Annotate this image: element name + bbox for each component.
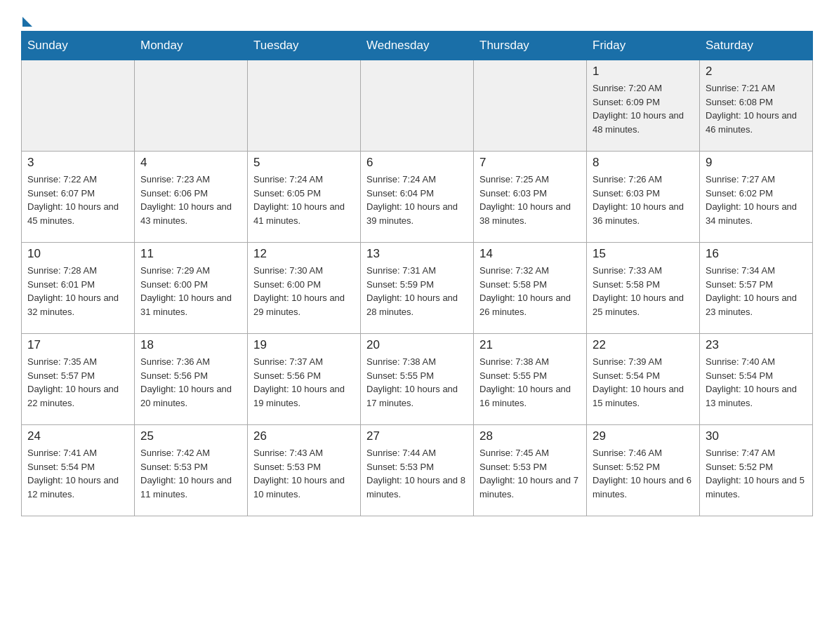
day-number: 18 bbox=[140, 338, 241, 352]
calendar-cell: 25Sunrise: 7:42 AMSunset: 5:53 PMDayligh… bbox=[135, 425, 248, 516]
day-number: 7 bbox=[479, 156, 581, 170]
calendar-cell: 22Sunrise: 7:39 AMSunset: 5:54 PMDayligh… bbox=[587, 334, 700, 425]
day-number: 24 bbox=[27, 429, 128, 443]
day-info: Sunrise: 7:34 AMSunset: 5:57 PMDaylight:… bbox=[706, 264, 807, 318]
calendar-week-1: 3Sunrise: 7:22 AMSunset: 6:07 PMDaylight… bbox=[22, 152, 813, 243]
day-number: 27 bbox=[366, 429, 468, 443]
day-number: 28 bbox=[479, 429, 581, 443]
calendar-week-3: 17Sunrise: 7:35 AMSunset: 5:57 PMDayligh… bbox=[22, 334, 813, 425]
calendar-cell: 3Sunrise: 7:22 AMSunset: 6:07 PMDaylight… bbox=[22, 152, 135, 243]
calendar-header-row: SundayMondayTuesdayWednesdayThursdayFrid… bbox=[22, 32, 813, 60]
weekday-header-thursday: Thursday bbox=[474, 32, 587, 60]
calendar-cell: 16Sunrise: 7:34 AMSunset: 5:57 PMDayligh… bbox=[700, 243, 813, 334]
weekday-header-sunday: Sunday bbox=[22, 32, 135, 60]
logo bbox=[21, 14, 32, 24]
day-info: Sunrise: 7:37 AMSunset: 5:56 PMDaylight:… bbox=[253, 355, 355, 410]
calendar-cell: 7Sunrise: 7:25 AMSunset: 6:03 PMDaylight… bbox=[474, 152, 587, 243]
day-info: Sunrise: 7:47 AMSunset: 5:52 PMDaylight:… bbox=[706, 446, 807, 501]
calendar-cell: 23Sunrise: 7:40 AMSunset: 5:54 PMDayligh… bbox=[700, 334, 813, 425]
calendar-cell: 10Sunrise: 7:28 AMSunset: 6:01 PMDayligh… bbox=[22, 243, 135, 334]
day-number: 15 bbox=[593, 247, 694, 261]
calendar-cell: 19Sunrise: 7:37 AMSunset: 5:56 PMDayligh… bbox=[248, 334, 361, 425]
day-info: Sunrise: 7:35 AMSunset: 5:57 PMDaylight:… bbox=[27, 355, 128, 410]
calendar-cell: 2Sunrise: 7:21 AMSunset: 6:08 PMDaylight… bbox=[700, 60, 813, 152]
day-info: Sunrise: 7:33 AMSunset: 5:58 PMDaylight:… bbox=[593, 264, 694, 318]
day-number: 16 bbox=[706, 247, 807, 261]
calendar-cell: 24Sunrise: 7:41 AMSunset: 5:54 PMDayligh… bbox=[22, 425, 135, 516]
day-info: Sunrise: 7:40 AMSunset: 5:54 PMDaylight:… bbox=[706, 355, 807, 410]
day-info: Sunrise: 7:23 AMSunset: 6:06 PMDaylight:… bbox=[140, 173, 241, 227]
day-info: Sunrise: 7:25 AMSunset: 6:03 PMDaylight:… bbox=[479, 173, 581, 227]
day-info: Sunrise: 7:21 AMSunset: 6:08 PMDaylight:… bbox=[706, 81, 807, 136]
calendar-cell: 11Sunrise: 7:29 AMSunset: 6:00 PMDayligh… bbox=[135, 243, 248, 334]
day-number: 19 bbox=[253, 338, 355, 352]
day-number: 3 bbox=[27, 156, 128, 170]
day-info: Sunrise: 7:42 AMSunset: 5:53 PMDaylight:… bbox=[140, 446, 241, 501]
day-number: 8 bbox=[593, 156, 694, 170]
weekday-header-wednesday: Wednesday bbox=[361, 32, 474, 60]
day-info: Sunrise: 7:27 AMSunset: 6:02 PMDaylight:… bbox=[706, 173, 807, 227]
calendar-week-0: 1Sunrise: 7:20 AMSunset: 6:09 PMDaylight… bbox=[22, 60, 813, 152]
calendar-cell: 29Sunrise: 7:46 AMSunset: 5:52 PMDayligh… bbox=[587, 425, 700, 516]
calendar-cell: 5Sunrise: 7:24 AMSunset: 6:05 PMDaylight… bbox=[248, 152, 361, 243]
day-number: 21 bbox=[479, 338, 581, 352]
calendar-cell: 9Sunrise: 7:27 AMSunset: 6:02 PMDaylight… bbox=[700, 152, 813, 243]
day-info: Sunrise: 7:22 AMSunset: 6:07 PMDaylight:… bbox=[27, 173, 128, 227]
day-number: 14 bbox=[479, 247, 581, 261]
calendar-cell bbox=[474, 60, 587, 152]
day-number: 6 bbox=[366, 156, 468, 170]
weekday-header-friday: Friday bbox=[587, 32, 700, 60]
calendar-cell: 28Sunrise: 7:45 AMSunset: 5:53 PMDayligh… bbox=[474, 425, 587, 516]
day-info: Sunrise: 7:44 AMSunset: 5:53 PMDaylight:… bbox=[366, 446, 468, 501]
calendar-cell: 12Sunrise: 7:30 AMSunset: 6:00 PMDayligh… bbox=[248, 243, 361, 334]
day-info: Sunrise: 7:45 AMSunset: 5:53 PMDaylight:… bbox=[479, 446, 581, 501]
day-number: 9 bbox=[706, 156, 807, 170]
calendar-week-2: 10Sunrise: 7:28 AMSunset: 6:01 PMDayligh… bbox=[22, 243, 813, 334]
day-number: 12 bbox=[253, 247, 355, 261]
day-info: Sunrise: 7:29 AMSunset: 6:00 PMDaylight:… bbox=[140, 264, 241, 318]
calendar-cell: 20Sunrise: 7:38 AMSunset: 5:55 PMDayligh… bbox=[361, 334, 474, 425]
weekday-header-monday: Monday bbox=[135, 32, 248, 60]
calendar-cell: 8Sunrise: 7:26 AMSunset: 6:03 PMDaylight… bbox=[587, 152, 700, 243]
calendar-cell: 15Sunrise: 7:33 AMSunset: 5:58 PMDayligh… bbox=[587, 243, 700, 334]
calendar-cell: 4Sunrise: 7:23 AMSunset: 6:06 PMDaylight… bbox=[135, 152, 248, 243]
day-number: 10 bbox=[27, 247, 128, 261]
calendar-cell bbox=[361, 60, 474, 152]
calendar-cell bbox=[135, 60, 248, 152]
day-number: 20 bbox=[366, 338, 468, 352]
day-number: 23 bbox=[706, 338, 807, 352]
calendar-cell: 27Sunrise: 7:44 AMSunset: 5:53 PMDayligh… bbox=[361, 425, 474, 516]
calendar-cell: 18Sunrise: 7:36 AMSunset: 5:56 PMDayligh… bbox=[135, 334, 248, 425]
calendar-cell bbox=[248, 60, 361, 152]
logo-arrow-icon bbox=[22, 17, 32, 27]
day-number: 4 bbox=[140, 156, 241, 170]
day-info: Sunrise: 7:46 AMSunset: 5:52 PMDaylight:… bbox=[593, 446, 694, 501]
day-info: Sunrise: 7:30 AMSunset: 6:00 PMDaylight:… bbox=[253, 264, 355, 318]
day-number: 26 bbox=[253, 429, 355, 443]
calendar-cell: 26Sunrise: 7:43 AMSunset: 5:53 PMDayligh… bbox=[248, 425, 361, 516]
calendar-cell: 14Sunrise: 7:32 AMSunset: 5:58 PMDayligh… bbox=[474, 243, 587, 334]
weekday-header-saturday: Saturday bbox=[700, 32, 813, 60]
calendar-cell: 13Sunrise: 7:31 AMSunset: 5:59 PMDayligh… bbox=[361, 243, 474, 334]
day-info: Sunrise: 7:39 AMSunset: 5:54 PMDaylight:… bbox=[593, 355, 694, 410]
weekday-header-tuesday: Tuesday bbox=[248, 32, 361, 60]
calendar-cell: 30Sunrise: 7:47 AMSunset: 5:52 PMDayligh… bbox=[700, 425, 813, 516]
day-number: 17 bbox=[27, 338, 128, 352]
calendar-cell bbox=[22, 60, 135, 152]
calendar-cell: 6Sunrise: 7:24 AMSunset: 6:04 PMDaylight… bbox=[361, 152, 474, 243]
day-info: Sunrise: 7:32 AMSunset: 5:58 PMDaylight:… bbox=[479, 264, 581, 318]
day-info: Sunrise: 7:41 AMSunset: 5:54 PMDaylight:… bbox=[27, 446, 128, 501]
page-header bbox=[21, 14, 813, 24]
calendar-cell: 21Sunrise: 7:38 AMSunset: 5:55 PMDayligh… bbox=[474, 334, 587, 425]
day-number: 25 bbox=[140, 429, 241, 443]
day-info: Sunrise: 7:24 AMSunset: 6:04 PMDaylight:… bbox=[366, 173, 468, 227]
day-number: 5 bbox=[253, 156, 355, 170]
day-number: 29 bbox=[593, 429, 694, 443]
day-number: 22 bbox=[593, 338, 694, 352]
day-number: 30 bbox=[706, 429, 807, 443]
day-info: Sunrise: 7:38 AMSunset: 5:55 PMDaylight:… bbox=[479, 355, 581, 410]
day-info: Sunrise: 7:31 AMSunset: 5:59 PMDaylight:… bbox=[366, 264, 468, 318]
day-info: Sunrise: 7:20 AMSunset: 6:09 PMDaylight:… bbox=[593, 81, 694, 136]
day-number: 13 bbox=[366, 247, 468, 261]
day-info: Sunrise: 7:36 AMSunset: 5:56 PMDaylight:… bbox=[140, 355, 241, 410]
